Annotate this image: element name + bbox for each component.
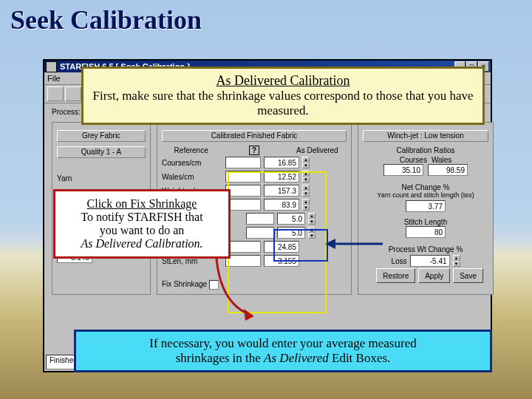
loss-label: Loss [391,257,406,265]
quality-label: Quality 1 - A [57,146,146,158]
netchg-label: Net Change % [363,183,488,191]
ratio-courses-label: Courses [400,156,427,164]
courses-spinner[interactable]: ▲▼ [302,157,310,168]
weight-del[interactable]: 157.3 [264,185,299,197]
annotation2-line3: As Delivered Calibration. [61,237,222,250]
annotation1-body: First, make sure that the shrinkage valu… [91,89,475,118]
width-del[interactable]: 83.9 [264,199,299,211]
grey-yarn-label: Yarn [57,174,117,183]
row-courses-label: Courses/cm [162,159,222,167]
annotation2-line2: you want to do an [61,224,222,237]
courses-del[interactable]: 16.85 [264,157,299,168]
fix-shrinkage-checkbox[interactable] [209,280,219,290]
grey-fabric-header: Grey Fabric [57,130,146,142]
slide-title: Seek Calibration [10,4,202,35]
width-ref[interactable] [225,199,261,211]
count-ref[interactable] [225,241,261,253]
annotation3-line2: shrinkages in the As Delivered Edit Boxe… [83,351,482,366]
procwt-label: Process Wt Change % [363,245,488,253]
apply-button[interactable]: Apply [418,268,450,283]
help-icon[interactable]: ? [249,146,259,155]
restore-button[interactable]: Restore [376,268,415,283]
annotation2-line1: To notify STARFISH that [61,211,222,224]
annotation-fix-shrinkage: Click on Fix Shrinkage To notify STARFIS… [53,189,231,259]
row-wales-label: Wales/cm [162,173,222,181]
col-reference: Reference [162,146,220,154]
annotation2-title: Click on Fix Shrinkage [61,197,222,211]
stlen-ref[interactable] [225,255,261,267]
lsh-spinner[interactable]: ▲▼ [308,213,316,225]
ratio-courses-value[interactable]: 35.10 [383,164,423,176]
stlen-value[interactable]: 80 [406,226,446,238]
annotation-delivered-calibration: As Delivered Calibration First, make sur… [81,66,485,125]
lsh-ref[interactable] [246,213,274,225]
annotation3-line1: If necessary, you would enter your avera… [83,336,482,351]
col-as-delivered: As Delivered [288,146,347,154]
toolbar-button[interactable] [47,86,64,101]
stlen-del[interactable]: 3.155 [264,255,299,267]
loss-spinner[interactable]: ▲▼ [453,255,460,267]
ratio-wales-value[interactable]: 98.59 [428,164,468,176]
count-del[interactable]: 24.85 [264,241,299,253]
wsh-del[interactable]: 5.0 [277,227,305,239]
lsh-del[interactable]: 5.0 [277,213,305,225]
annotation1-title: As Delivered Calibration [91,73,475,89]
netchg-sub: Yarn count and stitch length (tex) [363,191,488,199]
netchg-value[interactable]: 3.77 [406,200,446,212]
courses-ref[interactable] [225,157,261,168]
width-spinner[interactable]: ▲▼ [302,199,310,211]
ratio-wales-label: Wales [432,156,451,164]
calib-header: Winch-jet : Low tension [363,130,488,142]
save-button[interactable]: Save [453,268,483,283]
wales-del[interactable]: 12.52 [264,171,299,183]
toolbar-button[interactable] [65,86,81,101]
finished-header: Calibrated Finished Fabric [162,130,347,142]
weight-ref[interactable] [225,185,261,197]
app-icon [46,61,57,72]
wales-spinner[interactable]: ▲▼ [302,171,310,183]
weight-spinner[interactable]: ▲▼ [302,185,310,197]
wales-ref[interactable] [225,171,261,183]
wsh-ref[interactable] [246,227,274,239]
calib-ratios-label: Calibration Ratios [363,146,488,154]
annotation-enter-shrinkages: If necessary, you would enter your avera… [74,330,492,372]
menu-file[interactable]: File [47,74,61,83]
stlen-label: Stitch Length [363,218,488,226]
fix-shrinkage-row: Fix Shrinkage [162,280,347,290]
wsh-spinner[interactable]: ▲▼ [308,227,316,239]
loss-value[interactable]: -5.41 [410,255,450,267]
fix-shrinkage-label: Fix Shrinkage [162,280,207,288]
